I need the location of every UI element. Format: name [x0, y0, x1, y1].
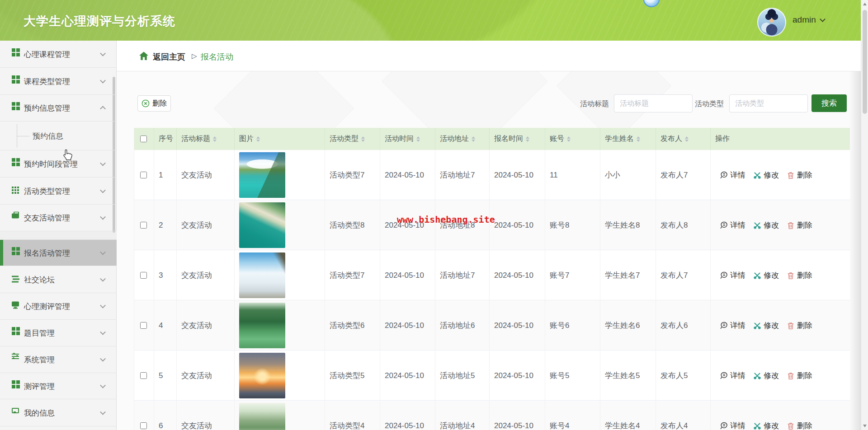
activity-photo-sea-cove-boats[interactable] [239, 202, 285, 248]
sidebar-item-psych-course-mgmt[interactable]: 心理课程管理 [0, 41, 117, 68]
activity-photo-karst-mountains-river[interactable] [239, 403, 285, 430]
grid9-icon [12, 187, 14, 188]
sort-arrows-icon[interactable] [567, 136, 571, 142]
sidebar-item-booking-timeslot-mgmt[interactable]: 预约时间段管理 [0, 150, 117, 178]
user-name[interactable]: admin [793, 15, 816, 25]
activity-photo-sea-of-clouds[interactable] [239, 252, 285, 298]
filter-activity-title-input[interactable] [614, 94, 693, 112]
cell-account: 账号5 [545, 351, 600, 401]
sidebar-item-social-forum[interactable]: 社交论坛 [0, 266, 117, 293]
row-action-edit[interactable]: 修改 [753, 370, 779, 381]
column-header-account[interactable]: 账号 [545, 128, 600, 150]
row-action-delete[interactable]: 删除 [786, 220, 812, 230]
filter-activity-title-label: 活动标题 [580, 99, 609, 109]
row-action-detail[interactable]: 详情 [719, 370, 745, 381]
row-action-detail[interactable]: 详情 [719, 320, 745, 331]
sort-arrows-icon[interactable] [637, 136, 640, 142]
chevron-down-icon [100, 77, 106, 83]
cell-student: 小小 [600, 150, 656, 200]
sidebar-item-course-type-mgmt[interactable]: 课程类型管理 [0, 68, 117, 95]
sidebar-item-psych-assessment-mgmt[interactable]: 心理测评管理 [0, 293, 117, 320]
column-header-signup_time[interactable]: 报名时间 [490, 128, 545, 150]
sidebar-item-booking-info-mgmt[interactable]: 预约信息管理 [0, 95, 117, 122]
row-action-edit[interactable]: 修改 [753, 270, 779, 280]
row-action-edit[interactable]: 修改 [753, 421, 779, 430]
chevron-down-icon [100, 249, 106, 255]
sidebar-item-assessment-mgmt[interactable]: 测评管理 [0, 373, 117, 399]
page-scrollbar[interactable] [861, 0, 868, 430]
sidebar-item-activity-type-mgmt[interactable]: 活动类型管理 [0, 178, 117, 205]
breadcrumb-home-link[interactable]: 返回主页 [153, 51, 185, 62]
column-header-label: 序号 [159, 134, 173, 144]
grid-icon [12, 380, 15, 384]
home-icon[interactable] [138, 51, 149, 61]
row-action-label: 详情 [730, 421, 745, 430]
sidebar-item-question-mgmt[interactable]: 题目管理 [0, 320, 117, 346]
row-action-label: 删除 [797, 220, 812, 230]
cell-student: 学生姓名6 [600, 300, 656, 351]
row-action-edit[interactable]: 修改 [753, 170, 779, 180]
chevron-down-icon[interactable] [820, 16, 826, 22]
avatar[interactable] [757, 8, 786, 37]
scroll-up-arrow-icon[interactable] [863, 3, 867, 5]
activity-photo-turquoise-lake-mountains[interactable] [239, 152, 285, 198]
sort-arrows-icon[interactable] [472, 136, 475, 142]
cell-value: 活动地址7 [440, 170, 475, 180]
row-action-delete[interactable]: 删除 [786, 170, 812, 180]
row-checkbox[interactable] [140, 322, 147, 329]
row-action-delete[interactable]: 删除 [786, 270, 812, 280]
column-header-select[interactable] [134, 128, 154, 150]
sidebar-subitem-booking-info[interactable]: 预约信息 [0, 122, 117, 150]
column-header-publisher[interactable]: 发布人 [656, 128, 711, 150]
bulk-delete-button[interactable]: 删除 [137, 95, 171, 112]
cell-type: 活动类型7 [325, 250, 380, 300]
sort-arrows-icon[interactable] [685, 136, 689, 142]
row-action-detail[interactable]: 详情 [719, 270, 745, 280]
column-header-student[interactable]: 学生姓名 [600, 128, 656, 150]
sidebar-item-friend-activity-mgmt[interactable]: 交友活动管理 [0, 205, 117, 231]
sidebar-item-signup-activity-mgmt[interactable]: 报名活动管理 [0, 240, 117, 266]
scroll-down-arrow-icon[interactable] [863, 425, 867, 427]
sidebar-item-my-info[interactable]: 我的信息 [0, 399, 117, 426]
row-checkbox[interactable] [140, 372, 147, 379]
row-action-detail[interactable]: 详情 [719, 170, 745, 180]
cell-image [235, 351, 325, 401]
cell-value: 学生姓名4 [605, 421, 640, 430]
row-action-detail[interactable]: 详情 [719, 421, 745, 430]
row-action-delete[interactable]: 删除 [786, 370, 812, 381]
row-action-delete[interactable]: 删除 [786, 421, 812, 430]
cell-title: 交友活动 [177, 401, 235, 430]
sidebar-subitem-label: 预约信息 [33, 131, 63, 141]
cell-time: 2024-05-10 [380, 401, 435, 430]
column-header-image[interactable]: 图片 [235, 128, 325, 150]
select-all-checkbox[interactable] [140, 136, 147, 142]
column-header-time[interactable]: 活动时间 [380, 128, 435, 150]
page-scrollbar-thumb[interactable] [863, 10, 867, 114]
column-header-type[interactable]: 活动类型 [325, 128, 380, 150]
row-action-delete[interactable]: 删除 [786, 320, 812, 331]
sort-arrows-icon[interactable] [416, 136, 420, 142]
row-action-detail[interactable]: 详情 [719, 220, 745, 230]
activity-photo-green-lake-forest[interactable] [239, 303, 285, 348]
activity-photo-sunset-clouds[interactable] [239, 353, 285, 398]
signup-activity-table: 序号活动标题图片活动类型活动时间活动地址报名时间账号学生姓名发布人操作1交友活动… [134, 128, 850, 430]
row-checkbox[interactable] [140, 172, 147, 178]
sidebar-item-system-mgmt[interactable]: 系统管理 [0, 346, 117, 373]
search-button[interactable]: 搜索 [811, 94, 847, 112]
sort-arrows-icon[interactable] [526, 136, 529, 142]
sort-arrows-icon[interactable] [361, 136, 365, 142]
sort-arrows-icon[interactable] [213, 136, 217, 142]
sidebar-item-label: 报名活动管理 [24, 248, 70, 258]
column-header-title[interactable]: 活动标题 [177, 128, 235, 150]
row-action-edit[interactable]: 修改 [753, 320, 779, 331]
row-checkbox[interactable] [140, 422, 147, 429]
filter-activity-type-input[interactable] [729, 94, 808, 112]
row-action-edit[interactable]: 修改 [753, 220, 779, 230]
cell-signup_time: 2024-05-10 [490, 401, 545, 430]
cell-signup_time: 2024-05-10 [490, 150, 545, 200]
sort-arrows-icon[interactable] [256, 136, 260, 142]
page: 大学生心理测评与分析系统 admin 心理课程管理课程类型管理预约信息管理预约信… [0, 0, 868, 430]
row-checkbox[interactable] [140, 222, 147, 229]
row-checkbox[interactable] [140, 272, 147, 279]
column-header-address[interactable]: 活动地址 [435, 128, 490, 150]
